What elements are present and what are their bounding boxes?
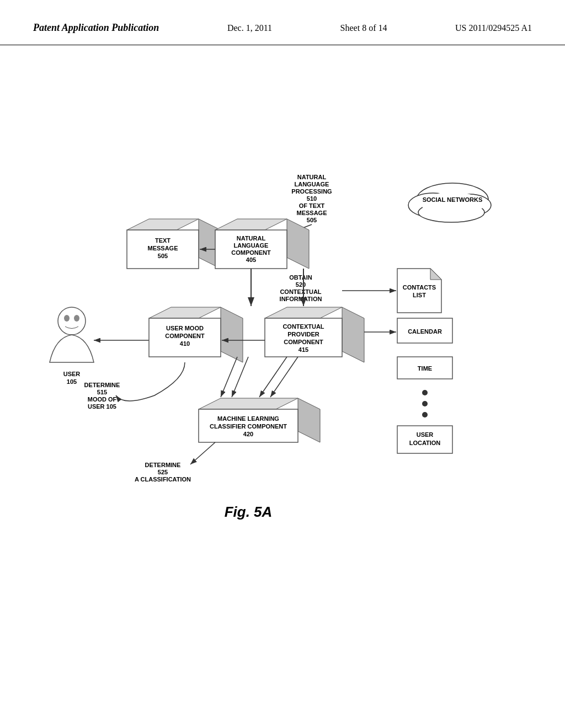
svg-text:CONTACTS: CONTACTS xyxy=(403,284,436,291)
svg-text:CONTEXTUAL: CONTEXTUAL xyxy=(282,323,324,330)
svg-text:LANGUAGE: LANGUAGE xyxy=(295,181,329,188)
svg-text:USER MOOD: USER MOOD xyxy=(166,325,204,331)
svg-marker-45 xyxy=(342,307,364,362)
svg-text:415: 415 xyxy=(299,346,308,353)
svg-marker-18 xyxy=(215,219,287,230)
svg-text:LIST: LIST xyxy=(413,292,426,298)
svg-text:CONTEXTUAL: CONTEXTUAL xyxy=(280,288,321,295)
publication-date: Dec. 1, 2011 xyxy=(227,23,272,33)
svg-text:NATURAL: NATURAL xyxy=(297,174,327,180)
determine-515-label: DETERMINE 515 MOOD OF USER 105 xyxy=(84,382,120,410)
svg-text:MESSAGE: MESSAGE xyxy=(296,210,327,216)
machine-learning-box: MACHINE LEARNING CLASSIFIER COMPONENT 42… xyxy=(199,398,320,442)
svg-text:TEXT: TEXT xyxy=(155,237,170,244)
svg-text:MESSAGE: MESSAGE xyxy=(147,245,178,251)
user-location-box: USER LOCATION xyxy=(397,426,452,453)
svg-text:OF TEXT: OF TEXT xyxy=(299,202,325,209)
social-networks-label: SOCIAL NETWORKS xyxy=(423,196,483,203)
svg-text:USER: USER xyxy=(63,371,81,377)
svg-text:410: 410 xyxy=(180,340,190,347)
contextual-to-ml-arrow2 xyxy=(270,357,298,397)
svg-text:DETERMINE: DETERMINE xyxy=(84,382,120,388)
svg-text:USER: USER xyxy=(417,431,434,438)
svg-text:COMPONENT: COMPONENT xyxy=(165,333,205,339)
svg-text:PROCESSING: PROCESSING xyxy=(291,188,332,195)
contextual-provider-box: CONTEXTUAL PROVIDER COMPONENT 415 xyxy=(265,307,364,362)
contacts-list-box: CONTACTS LIST xyxy=(397,269,441,313)
fig-label: Fig. 5A xyxy=(225,504,273,520)
svg-text:505: 505 xyxy=(158,253,168,259)
ml-to-determine-arrow xyxy=(116,362,185,401)
svg-text:A CLASSIFICATION: A CLASSIFICATION xyxy=(135,476,191,483)
dot-3 xyxy=(422,412,428,417)
svg-text:CALENDAR: CALENDAR xyxy=(408,328,442,335)
svg-text:PROVIDER: PROVIDER xyxy=(287,331,319,338)
svg-text:INFORMATION: INFORMATION xyxy=(280,296,322,302)
nlc-component-box: NATURAL LANGUAGE COMPONENT 405 xyxy=(215,219,309,269)
nlp-label: NATURAL LANGUAGE PROCESSING 510 OF TEXT … xyxy=(291,174,332,223)
svg-text:420: 420 xyxy=(243,431,253,437)
svg-marker-44 xyxy=(265,307,342,318)
svg-marker-12 xyxy=(127,219,199,230)
svg-text:MACHINE LEARNING: MACHINE LEARNING xyxy=(217,415,279,422)
svg-text:525: 525 xyxy=(158,469,168,475)
publication-title: Patent Application Publication xyxy=(33,22,159,34)
svg-text:CLASSIFIER COMPONENT: CLASSIFIER COMPONENT xyxy=(210,423,287,430)
svg-text:COMPONENT: COMPONENT xyxy=(231,249,271,256)
svg-text:520: 520 xyxy=(296,281,306,288)
svg-point-34 xyxy=(64,315,70,322)
time-box: TIME xyxy=(397,357,452,379)
svg-marker-58 xyxy=(298,398,320,442)
nlc-to-ml-arrow2 xyxy=(232,357,248,397)
svg-text:TIME: TIME xyxy=(418,365,432,372)
text-message-box: TEXT MESSAGE 505 xyxy=(127,219,221,269)
svg-text:515: 515 xyxy=(97,389,107,395)
patent-diagram: SOCIAL NETWORKS NATURAL LANGUAGE PROCESS… xyxy=(0,45,565,696)
calendar-box: CALENDAR xyxy=(397,318,452,343)
svg-text:LOCATION: LOCATION xyxy=(409,440,441,446)
contextual-to-ml-arrow1 xyxy=(259,357,287,397)
svg-text:USER 105: USER 105 xyxy=(88,403,116,410)
svg-text:MOOD OF: MOOD OF xyxy=(88,396,117,403)
svg-point-35 xyxy=(74,315,79,322)
patent-number: US 2011/0294525 A1 xyxy=(455,23,532,33)
svg-text:LANGUAGE: LANGUAGE xyxy=(234,242,269,249)
dot-1 xyxy=(422,390,428,395)
svg-text:NATURAL: NATURAL xyxy=(237,235,266,242)
svg-text:OBTAIN: OBTAIN xyxy=(289,274,312,281)
svg-text:DETERMINE: DETERMINE xyxy=(145,462,181,468)
svg-marker-38 xyxy=(149,307,221,318)
user-figure: USER 105 xyxy=(50,307,94,385)
determine-525-label: DETERMINE 525 A CLASSIFICATION xyxy=(135,462,191,483)
social-networks-cloud: SOCIAL NETWORKS xyxy=(408,183,491,222)
svg-marker-57 xyxy=(199,398,298,409)
svg-point-33 xyxy=(58,307,86,335)
obtain-label: OBTAIN 520 CONTEXTUAL INFORMATION xyxy=(280,274,322,302)
user-mood-box: USER MOOD COMPONENT 410 xyxy=(149,307,243,362)
svg-text:510: 510 xyxy=(307,195,317,202)
svg-marker-39 xyxy=(221,307,243,362)
nlc-to-ml-arrow xyxy=(221,357,237,397)
sheet-info: Sheet 8 of 14 xyxy=(340,23,387,33)
svg-text:105: 105 xyxy=(67,378,77,385)
dot-2 xyxy=(422,401,428,406)
ml-to-determine525-arrow xyxy=(190,442,215,464)
page-header: Patent Application Publication Dec. 1, 2… xyxy=(0,0,565,45)
svg-text:405: 405 xyxy=(246,256,256,263)
diagram-area: SOCIAL NETWORKS NATURAL LANGUAGE PROCESS… xyxy=(0,45,565,696)
svg-marker-30 xyxy=(430,269,441,280)
svg-text:505: 505 xyxy=(307,217,317,223)
svg-text:COMPONENT: COMPONENT xyxy=(284,339,323,345)
